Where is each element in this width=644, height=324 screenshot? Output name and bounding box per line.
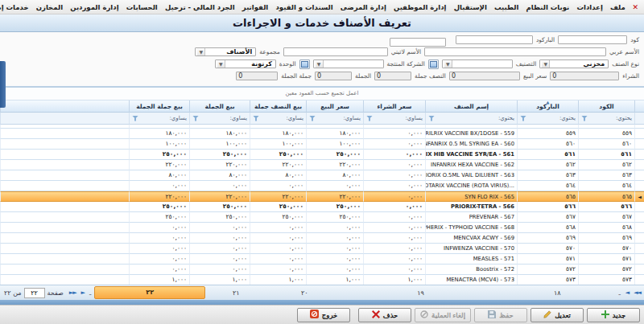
filter-funnel-icon[interactable] — [428, 116, 435, 121]
filter-condition-label[interactable]: يساوي: — [405, 115, 423, 121]
filter-funnel-icon[interactable] — [132, 116, 138, 121]
table-row[interactable]: ٥٦٣٥٦٣PRIORIX O.5ML VAIL DILUENT - 563٠,… — [0, 170, 644, 181]
filter-funnel-icon[interactable] — [520, 116, 526, 121]
item-type-select[interactable]: مخزني ▼ — [539, 59, 609, 68]
filter-condition-label[interactable]: يحتوي: — [616, 115, 632, 121]
menu-item-1[interactable]: إعدادات — [573, 3, 607, 11]
buy-price-field[interactable] — [550, 72, 619, 80]
column-header-half[interactable]: بيع النصف جملة — [250, 100, 306, 113]
pager-page-current[interactable]: ٢٢ — [94, 286, 205, 299]
table-row[interactable]: ٥٧٣٥٧٣MENACTRA (MCV4) - 573١,٠٠٠١,٠٠٠١,٠… — [0, 275, 644, 285]
pager-page-١٨[interactable]: ١٨ — [499, 289, 615, 297]
menu-item-2[interactable]: نوبات النظام — [522, 3, 573, 11]
column-header-name[interactable]: إسم الصنف — [425, 100, 517, 113]
pager-last-icon[interactable]: ►► — [68, 289, 78, 296]
barcode-field[interactable] — [456, 35, 533, 44]
filter-cell-code[interactable]: يحتوي: — [578, 113, 634, 125]
filter-condition-label[interactable]: يحتوي: — [498, 115, 514, 121]
menu-item-5[interactable]: إدارة الموظفين — [390, 3, 450, 11]
pager-page-٢٠[interactable]: ٢٠ — [267, 289, 342, 297]
table-row[interactable]: ٥٥٩٥٥٩VARILRIX VACCINE BX/1DOSE - 559٠,٠… — [0, 129, 644, 139]
table-row[interactable]: ٥٦١٥٦١INFANRIX HIB VACCINE SYR/EA - 561٠… — [0, 150, 644, 160]
cell-barcode: ٥٥٩ — [517, 129, 578, 139]
column-header-whole[interactable]: بيع الجملة — [189, 100, 250, 113]
menu-item-7[interactable]: السندات و القيود — [272, 3, 336, 11]
filter-funnel-icon[interactable] — [366, 116, 373, 121]
pager-page-١٩[interactable]: ١٩ — [342, 289, 499, 297]
column-header-buy[interactable]: سعر الشراء — [363, 100, 425, 113]
pager-prev-icon[interactable]: ◄ — [624, 289, 630, 296]
cell-buy: ٠,٠٠٠ — [363, 150, 425, 160]
pager-first-icon[interactable]: ◄◄ — [632, 289, 642, 296]
column-header-code[interactable]: الكود — [578, 100, 634, 113]
exit-icon — [310, 310, 319, 320]
table-row-selected[interactable]: ◄٥٦٥٥٦٥SYN FLO RIX - 565٠,٠٠٠٢٢٠,٠٠٠٢٢٠,… — [0, 191, 644, 202]
filter-cell-half[interactable]: يساوي: — [250, 113, 306, 125]
filter-condition-label[interactable]: يساوي: — [286, 115, 303, 121]
menu-item-4[interactable]: الإستقبال — [450, 3, 490, 11]
column-header-barcode[interactable]: الباركود▲ — [517, 100, 578, 113]
pager-next-icon[interactable]: ► — [80, 289, 86, 296]
name-ar-field[interactable] — [424, 47, 606, 56]
manufacturer-select[interactable]: ▼ — [313, 59, 384, 68]
table-row[interactable]: ٥٦٦٥٦٦PRIORIX-TETRA - 566٠,٠٠٠٢٥٠,٠٠٠٢٥٠… — [0, 202, 644, 212]
filter-cell-barcode[interactable]: يحتوي: — [517, 113, 578, 125]
menu-item-0[interactable]: ملف — [606, 3, 629, 11]
delete-button[interactable]: حذف — [358, 308, 411, 322]
menu-item-6[interactable]: إدارة المرضى — [336, 3, 390, 11]
table-row[interactable]: ٥٦٠٥٦٠INFANRIX 0.5 ML SYRING EA - 560٠,٠… — [0, 139, 644, 150]
table-row[interactable]: ٥٦٤٥٦٤...ROTARIX VACCINE (ROTA VIRUS) -٠… — [0, 181, 644, 191]
pager-page-٢١[interactable]: ٢١ — [205, 289, 266, 297]
edit-button[interactable]: تعديل — [530, 308, 584, 322]
filter-condition-label[interactable]: يساوي: — [229, 115, 247, 121]
filter-condition-label[interactable]: يساوي: — [343, 115, 361, 121]
table-row[interactable]: ٥٦٨٥٦٨TYPHERIX - TYPHOID VACCINE - 568٠,… — [0, 223, 644, 233]
pager-page-input[interactable] — [24, 288, 45, 298]
filter-cell-name[interactable]: يحتوي: — [425, 113, 517, 125]
column-header-bulk[interactable]: بيع جملة الجملة — [129, 100, 189, 113]
exit-button[interactable]: خروج — [297, 308, 350, 322]
category-lookup-button[interactable] — [428, 59, 439, 69]
filter-funnel-icon[interactable] — [192, 116, 199, 121]
menu-item-13[interactable]: خدمات إضافية — [0, 3, 32, 11]
manufacturer-lookup-button[interactable] — [299, 59, 310, 69]
filter-condition-label[interactable]: يساوي: — [169, 115, 187, 121]
filter-condition-label[interactable]: يحتوي: — [559, 115, 576, 121]
cell-name: VARILRIX VACCINE BX/1DOSE - 559 — [425, 129, 517, 139]
table-row[interactable]: ٥٦٩٥٦٩MENCVAX ACWY - 569٠,٠٠٠٠,٠٠٠٠,٠٠٠٠… — [0, 233, 644, 244]
code-field[interactable] — [558, 35, 627, 44]
cell-whole: ١٠٠,٠٠٠ — [189, 139, 250, 150]
menu-item-11[interactable]: إدارة الموردين — [67, 3, 122, 11]
bulk-wholesale-field[interactable] — [236, 72, 278, 80]
half-wholesale-field[interactable] — [374, 72, 411, 80]
menu-item-8[interactable]: الفواتير — [238, 3, 272, 11]
new-button[interactable]: جديد — [587, 308, 640, 322]
menu-item-3[interactable]: الطبيب — [490, 3, 522, 11]
filter-cell-bulk[interactable]: يساوي: — [129, 113, 189, 125]
sell-price-field[interactable] — [449, 72, 520, 80]
menu-item-12[interactable]: المخازن — [32, 3, 66, 11]
column-header-sell[interactable]: سعر البيع — [306, 100, 363, 113]
filter-cell-sell[interactable]: يساوي: — [306, 113, 363, 125]
table-row[interactable]: ٥٦٢٥٦٢INFANRIX HEXA VACCINE - 562٠,٠٠٠٢٢… — [0, 160, 644, 170]
wholesale-field[interactable] — [315, 72, 352, 80]
close-window-icon[interactable]: ✕ — [629, 3, 642, 11]
menu-item-9[interactable]: الجرد المالي - ترحيل — [161, 3, 238, 11]
filter-cell-buy[interactable]: يساوي: — [363, 113, 425, 125]
group-by-panel[interactable]: اعمل تجميع حسب العمود معين — [0, 88, 644, 100]
filter-cell-whole[interactable]: يساوي: — [189, 113, 250, 125]
table-row[interactable]: ٥٧١٥٧١MEASLES - 571٠,٠٠٠٠,٠٠٠٠,٠٠٠٠,٠٠٠٠… — [0, 254, 644, 265]
filter-funnel-icon[interactable] — [253, 116, 259, 121]
collapsed-panel-tab[interactable] — [0, 61, 6, 108]
category-select[interactable]: ▼ — [442, 59, 513, 68]
unit-select[interactable]: كرتونة ▼ — [215, 59, 276, 68]
filter-funnel-icon[interactable] — [581, 116, 588, 121]
menu-item-10[interactable]: الحسابات — [122, 3, 161, 11]
name-en-field[interactable] — [283, 47, 388, 56]
table-row[interactable]: ٥٧٢٥٧٢Boostrix - 572٠,٠٠٠٠,٠٠٠٠,٠٠٠٠,٠٠٠… — [0, 265, 644, 275]
extra-field[interactable] — [390, 38, 446, 47]
filter-funnel-icon[interactable] — [309, 116, 316, 121]
group-select[interactable]: الأصناف ▼ — [195, 47, 256, 56]
table-row[interactable]: ٥٦٧٥٦٧PREVENAR - 567٠,٠٠٠٢٥٠,٠٠٠٢٥٠,٠٠٠٢… — [0, 212, 644, 223]
table-row[interactable]: ٥٧٠٥٧٠INFWENZA VACCINE - 570٠,٠٠٠٠,٠٠٠٠,… — [0, 244, 644, 254]
